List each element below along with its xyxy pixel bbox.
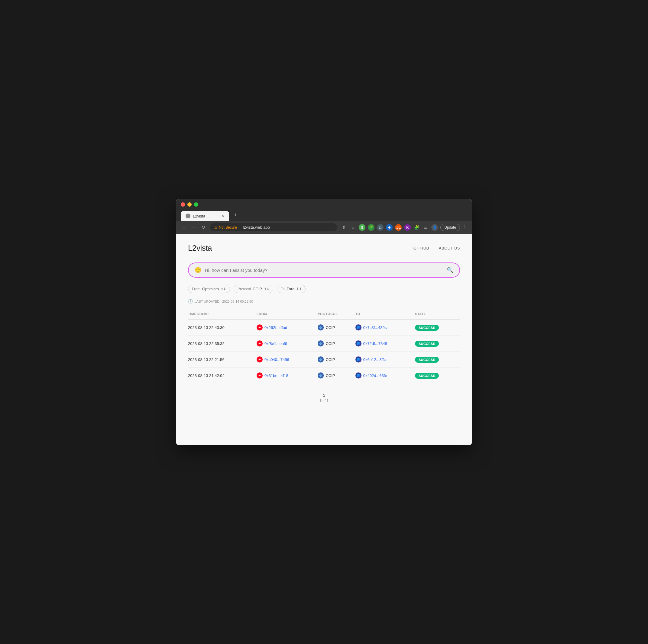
optimism-icon: OP — [257, 372, 263, 378]
table-body: 2023-08-13 22:43:30 OP 0x262f...dfad ◎ C… — [188, 319, 460, 384]
zora-icon: 🌐 — [356, 340, 362, 346]
cell-protocol: ◎ CCIP — [318, 352, 355, 368]
ccip-icon: ◎ — [318, 356, 324, 362]
github-nav-link[interactable]: GITHUB — [414, 246, 429, 250]
data-table: TIMESTAMP FROM PROTOCOL TO STATE 2023-08… — [188, 310, 460, 383]
cell-from: OP 0xc040...7496 — [257, 352, 318, 368]
cell-timestamp: 2023-08-13 21:42:04 — [188, 368, 257, 384]
table-header: TIMESTAMP FROM PROTOCOL TO STATE — [188, 310, 460, 319]
cell-to: 🌐 0x6e12...3ffc — [356, 352, 415, 368]
protocol-filter-label: Protocol — [237, 287, 251, 291]
protocol-name: CCIP — [326, 325, 335, 330]
about-us-nav-link[interactable]: ABOUT US — [439, 246, 460, 250]
protocol-filter[interactable]: Protocol CCIP ⬆⬇ — [234, 285, 273, 293]
nav-buttons: ← → ↻ — [181, 223, 206, 231]
status-badge: SUCCESS — [415, 373, 439, 379]
optimism-icon: OP — [257, 325, 263, 331]
col-to: TO — [356, 310, 415, 319]
zora-icon: 🌐 — [356, 372, 362, 378]
filter-bar: From Optimism ⬆⬇ Protocol CCIP ⬆⬇ To Zor… — [188, 285, 460, 293]
status-badge: SUCCESS — [415, 341, 439, 347]
col-protocol: PROTOCOL — [318, 310, 355, 319]
maximize-button[interactable] — [194, 202, 198, 207]
pagination: 1 1 of 1 — [188, 393, 460, 403]
new-tab-button[interactable]: + — [230, 210, 241, 221]
to-filter[interactable]: To Zora ⬆⬇ — [277, 285, 306, 293]
cell-to: 🌐 0x402d...63fe — [356, 368, 415, 384]
extension-k[interactable]: K — [404, 224, 411, 231]
share-icon[interactable]: ⬆ — [341, 224, 347, 231]
profile-icon[interactable]: 👤 — [431, 224, 438, 231]
last-updated: 🕐 LAST UPDATED: 2023-08-14 00:22:50 — [188, 299, 460, 304]
optimism-icon: OP — [257, 356, 263, 362]
reload-button[interactable]: ↻ — [200, 223, 206, 231]
extension-puzzle[interactable]: 🧩 — [413, 224, 420, 231]
url-bar[interactable]: ⚠ Not Secure | l2vista.web.app — [210, 223, 337, 231]
extension-2[interactable]: 🧩 — [368, 224, 374, 231]
from-address-link[interactable]: 0xc040...7496 — [264, 357, 289, 362]
site-logo[interactable]: L2vista — [188, 243, 212, 253]
search-submit-button[interactable]: 🔍 — [447, 267, 453, 273]
extension-g[interactable]: G — [359, 224, 365, 231]
to-address-link[interactable]: 0x72df...7348 — [363, 341, 387, 346]
extension-5[interactable]: 🦊 — [395, 224, 402, 231]
ccip-icon: ◎ — [318, 372, 324, 378]
ccip-icon: ◎ — [318, 340, 324, 346]
browser-window: L2vista ✕ + ← → ↻ ⚠ Not Secure | l2vista… — [176, 199, 472, 445]
tab-close-button[interactable]: ✕ — [221, 214, 224, 218]
reader-mode[interactable]: ▭ — [422, 224, 429, 231]
cell-from: OP 0xf8e1...ea9f — [257, 336, 318, 352]
to-filter-arrow: ⬆⬇ — [296, 287, 302, 291]
protocol-filter-arrow: ⬆⬇ — [264, 287, 269, 291]
menu-dots[interactable]: ⋮ — [463, 224, 467, 230]
cell-timestamp: 2023-08-13 22:35:32 — [188, 336, 257, 352]
extension-4[interactable]: ◆ — [386, 224, 393, 231]
extension-3[interactable]: □ — [377, 224, 384, 231]
cell-state: SUCCESS — [415, 368, 460, 384]
current-page[interactable]: 1 — [188, 393, 460, 398]
close-button[interactable] — [181, 202, 185, 207]
active-tab[interactable]: L2vista ✕ — [181, 211, 229, 221]
table-row: 2023-08-13 22:21:56 OP 0xc040...7496 ◎ C… — [188, 352, 460, 368]
protocol-name: CCIP — [326, 357, 335, 362]
back-button[interactable]: ← — [181, 224, 188, 231]
from-filter-value: Optimism — [202, 287, 219, 291]
tab-bar: L2vista ✕ + — [181, 210, 467, 221]
page-content: L2vista GITHUB ABOUT US 🙂 🔍 From Optimis… — [176, 234, 472, 445]
to-filter-value: Zora — [286, 287, 295, 291]
minimize-button[interactable] — [187, 202, 192, 207]
optimism-icon: OP — [257, 340, 263, 346]
url-text: l2vista.web.app — [243, 225, 270, 230]
from-filter-arrow: ⬆⬇ — [221, 287, 226, 291]
to-address-link[interactable]: 0x6e12...3ffc — [363, 357, 386, 362]
from-address-link[interactable]: 0x262f...dfad — [264, 325, 287, 330]
from-filter[interactable]: From Optimism ⬆⬇ — [188, 285, 230, 293]
clock-icon: 🕐 — [188, 299, 193, 304]
to-filter-label: To — [281, 287, 285, 291]
cell-state: SUCCESS — [415, 319, 460, 336]
status-badge: SUCCESS — [415, 325, 439, 331]
site-nav: GITHUB ABOUT US — [414, 246, 460, 250]
to-address-link[interactable]: 0x7c8f...439c — [363, 325, 387, 330]
search-bar: 🙂 🔍 — [188, 262, 460, 278]
forward-button[interactable]: → — [191, 224, 198, 231]
browser-chrome: L2vista ✕ + — [176, 199, 472, 221]
search-input[interactable] — [205, 268, 443, 273]
table-row: 2023-08-13 22:35:32 OP 0xf8e1...ea9f ◎ C… — [188, 336, 460, 352]
col-timestamp: TIMESTAMP — [188, 310, 257, 319]
site-header: L2vista GITHUB ABOUT US — [188, 243, 460, 253]
last-updated-timestamp: 2023-08-14 00:22:50 — [222, 300, 253, 303]
from-address-link[interactable]: 0xf8e1...ea9f — [264, 341, 287, 346]
protocol-name: CCIP — [326, 373, 335, 378]
from-address-link[interactable]: 0x31be...4f18 — [264, 373, 288, 378]
ccip-icon: ◎ — [318, 325, 324, 331]
col-from: FROM — [257, 310, 318, 319]
to-address-link[interactable]: 0x402d...63fe — [363, 373, 387, 378]
cell-protocol: ◎ CCIP — [318, 368, 355, 384]
address-bar: ← → ↻ ⚠ Not Secure | l2vista.web.app ⬆ ☆… — [176, 221, 472, 234]
from-filter-label: From — [192, 287, 200, 291]
cell-protocol: ◎ CCIP — [318, 319, 355, 336]
cell-from: OP 0x262f...dfad — [257, 319, 318, 336]
bookmark-icon[interactable]: ☆ — [350, 224, 356, 231]
update-button[interactable]: Update — [440, 224, 460, 231]
